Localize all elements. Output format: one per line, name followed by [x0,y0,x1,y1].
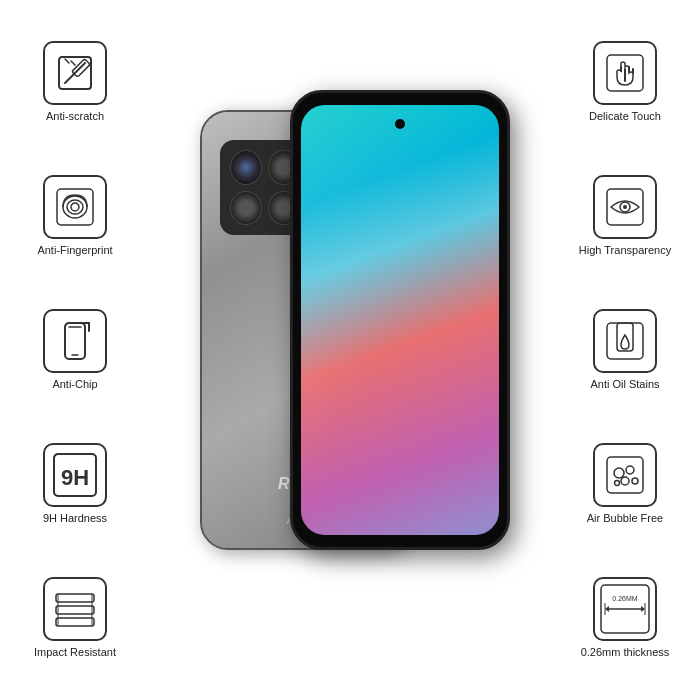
features-right: Delicate Touch High Transparency [555,0,695,700]
svg-point-27 [626,466,634,474]
svg-rect-9 [65,323,85,359]
svg-rect-15 [56,606,94,614]
svg-text:0.26MM: 0.26MM [612,595,637,602]
svg-point-29 [615,480,620,485]
feature-9h-hardness: 9H 9H Hardness [5,443,145,525]
feature-delicate-touch: Delicate Touch [555,41,695,123]
svg-rect-24 [607,323,643,359]
svg-marker-33 [605,606,609,612]
svg-line-3 [71,61,75,65]
svg-rect-23 [617,323,633,351]
feature-anti-oil-stains: Anti Oil Stains [555,309,695,391]
main-container: Anti-scratch Anti-Fingerprint [0,0,700,700]
anti-oil-stains-label: Anti Oil Stains [590,377,659,391]
svg-line-2 [65,59,69,63]
feature-anti-scratch: Anti-scratch [5,41,145,123]
delicate-touch-label: Delicate Touch [589,109,661,123]
touch-icon [603,51,647,95]
thickness-label: 0.26mm thickness [581,645,670,659]
features-left: Anti-scratch Anti-Fingerprint [5,0,145,700]
anti-scratch-icon-box [43,41,107,105]
thickness-icon-box: 0.26MM [593,577,657,641]
thickness-icon: 0.26MM [597,581,653,637]
9h-icon: 9H [50,450,100,500]
impact-resistant-label: Impact Resistant [34,645,116,659]
delicate-touch-icon-box [593,41,657,105]
phone-front [290,90,510,550]
camera-lens-3 [230,191,262,226]
feature-high-transparency: High Transparency [555,175,695,257]
svg-point-30 [632,478,638,484]
anti-scratch-label: Anti-scratch [46,109,104,123]
svg-point-26 [614,468,624,478]
bubble-icon [603,453,647,497]
fingerprint-icon [53,185,97,229]
svg-rect-16 [56,618,94,626]
transparency-icon [603,185,647,229]
chip-icon [53,319,97,363]
phone-area: AI-CAM+ Redmi [180,70,520,630]
svg-rect-14 [56,594,94,602]
anti-oil-stains-icon-box [593,309,657,373]
9h-hardness-icon-box: 9H [43,443,107,507]
camera-lens-main [230,150,262,185]
anti-chip-label: Anti-Chip [52,377,97,391]
oil-icon [603,319,647,363]
punch-hole [395,119,405,129]
anti-chip-icon-box [43,309,107,373]
9h-hardness-label: 9H Hardness [43,511,107,525]
feature-air-bubble-free: Air Bubble Free [555,443,695,525]
phone-screen [301,105,499,535]
scratch-icon [55,53,95,93]
high-transparency-icon-box [593,175,657,239]
feature-anti-fingerprint: Anti-Fingerprint [5,175,145,257]
impact-icon [50,584,100,634]
svg-point-22 [623,205,627,209]
anti-fingerprint-label: Anti-Fingerprint [37,243,112,257]
svg-point-6 [71,203,79,211]
svg-rect-25 [607,457,643,493]
svg-marker-34 [641,606,645,612]
svg-point-28 [621,477,629,485]
high-transparency-label: High Transparency [579,243,671,257]
feature-thickness: 0.26MM 0.26mm thickness [555,577,695,659]
feature-impact-resistant: Impact Resistant [5,577,145,659]
feature-anti-chip: Anti-Chip [5,309,145,391]
air-bubble-free-icon-box [593,443,657,507]
svg-text:9H: 9H [61,465,89,490]
impact-resistant-icon-box [43,577,107,641]
air-bubble-free-label: Air Bubble Free [587,511,663,525]
glass-overlay [301,105,499,535]
svg-point-7 [67,200,83,214]
anti-fingerprint-icon-box [43,175,107,239]
